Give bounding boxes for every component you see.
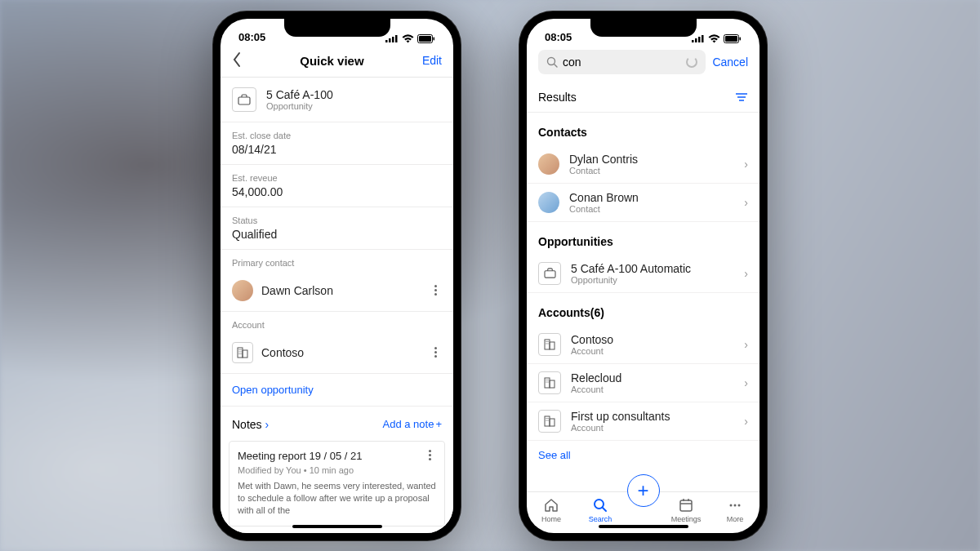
note-card[interactable]: Meeting report 19 / 05 / 21 Modified by … [229,441,445,527]
chevron-right-icon: › [744,196,748,209]
svg-rect-31 [546,341,547,342]
building-icon [538,371,561,394]
accounts-header: Accounts(6) [527,293,760,326]
more-menu-icon[interactable] [429,285,442,295]
notes-section-header: Notes › Add a note + [220,407,453,438]
account-type: Account [571,423,734,433]
contact-name: Dawn Carlson [261,284,421,297]
building-icon [538,410,561,433]
account-name: Relecloud [571,371,734,384]
svg-rect-2 [392,37,394,42]
add-button[interactable]: + [627,474,660,507]
tab-bar: + Home Search Meetings More [527,491,760,533]
svg-rect-11 [241,349,242,350]
header-bar: Quick view Edit [220,45,453,78]
svg-rect-5 [419,36,431,42]
results-header: Results [527,81,760,113]
opportunity-item[interactable]: 5 Café A-100 Automatic Opportunity › [527,255,760,293]
add-note-button[interactable]: Add a note + [383,418,442,430]
svg-rect-33 [546,343,547,344]
account-name: First up consultants [571,410,734,423]
svg-rect-49 [680,500,692,511]
chevron-right-icon: › [744,158,748,171]
primary-contact-row[interactable]: Dawn Carlson [220,270,453,312]
svg-rect-8 [238,348,243,358]
svg-rect-46 [548,420,549,420]
account-name: Contoso [571,333,734,346]
calendar-icon [678,497,694,513]
svg-rect-32 [548,341,549,342]
plus-icon: + [435,418,442,430]
contact-item[interactable]: Conan Brown Contact › [527,184,760,222]
contact-item[interactable]: Dylan Contris Contact › [527,145,760,184]
tab-more[interactable]: More [713,497,758,523]
chevron-right-icon: › [744,376,748,389]
account-item[interactable]: First up consultants Account › [527,402,760,441]
building-icon [538,333,561,356]
search-input[interactable]: con [538,50,706,74]
search-icon [546,56,558,68]
svg-point-54 [734,504,737,506]
cellular-signal-icon [692,34,705,42]
status-bar: 08:05 [220,19,453,45]
svg-rect-37 [546,380,547,380]
filter-button[interactable] [735,92,748,102]
avatar [232,280,253,301]
svg-rect-10 [239,349,240,350]
see-all-link[interactable]: See all [527,441,760,469]
account-item[interactable]: Contoso Account › [527,326,760,364]
svg-point-53 [730,504,733,506]
cancel-button[interactable]: Cancel [712,56,748,69]
screen: 08:05 con Cancel Results Contacts [527,19,760,533]
field-account: Account [220,312,453,330]
search-query: con [563,56,581,69]
plus-icon: + [637,479,648,502]
field-status[interactable]: Status Qualified [220,207,453,250]
opportunity-header[interactable]: 5 Café A-100 Opportunity [220,78,453,122]
svg-rect-21 [725,36,737,42]
search-bar: con Cancel [527,45,760,81]
svg-rect-19 [702,35,704,42]
svg-rect-41 [545,416,550,426]
svg-rect-12 [239,351,240,352]
loading-spinner-icon [686,56,697,68]
page-title: Quick view [300,54,363,68]
account-label: Account [232,320,442,330]
open-opportunity-link[interactable]: Open opportunity [220,374,453,407]
tab-search[interactable]: Search [578,497,623,523]
status-time: 08:05 [545,31,572,43]
account-type: Account [571,384,734,394]
notes-title[interactable]: Notes › [232,418,269,431]
svg-rect-30 [550,342,555,349]
tab-home[interactable]: Home [529,497,574,523]
more-menu-icon[interactable] [423,450,436,460]
tab-meetings[interactable]: Meetings [664,497,709,523]
svg-rect-13 [241,351,242,352]
svg-rect-17 [695,38,697,42]
more-menu-icon[interactable] [429,347,442,358]
search-icon [592,497,608,513]
svg-rect-38 [548,380,549,380]
account-item[interactable]: Relecloud Account › [527,364,760,402]
status-time: 08:05 [238,31,265,43]
account-type: Account [571,346,734,356]
cellular-signal-icon [385,34,399,42]
building-icon [232,342,253,363]
results-label: Results [538,91,577,104]
edit-button[interactable]: Edit [422,54,442,67]
field-close-date[interactable]: Est. close date 08/14/21 [220,122,453,165]
back-button[interactable] [232,51,242,70]
field-primary-contact: Primary contact [220,250,453,268]
status-value: Qualified [232,228,442,241]
svg-point-55 [738,504,741,506]
svg-rect-28 [545,271,555,278]
note-meta: Modified by You • 10 min ago [238,465,362,475]
svg-rect-15 [241,353,242,354]
status-icons [692,34,742,43]
account-row[interactable]: Contoso [220,332,453,374]
field-revenue[interactable]: Est. reveue 54,000.00 [220,165,453,207]
chevron-right-icon: › [744,415,748,428]
screen: 08:05 Quick view Edit 5 Café A-100 Oppor… [220,19,453,533]
status-bar: 08:05 [527,19,760,45]
avatar [538,192,559,213]
